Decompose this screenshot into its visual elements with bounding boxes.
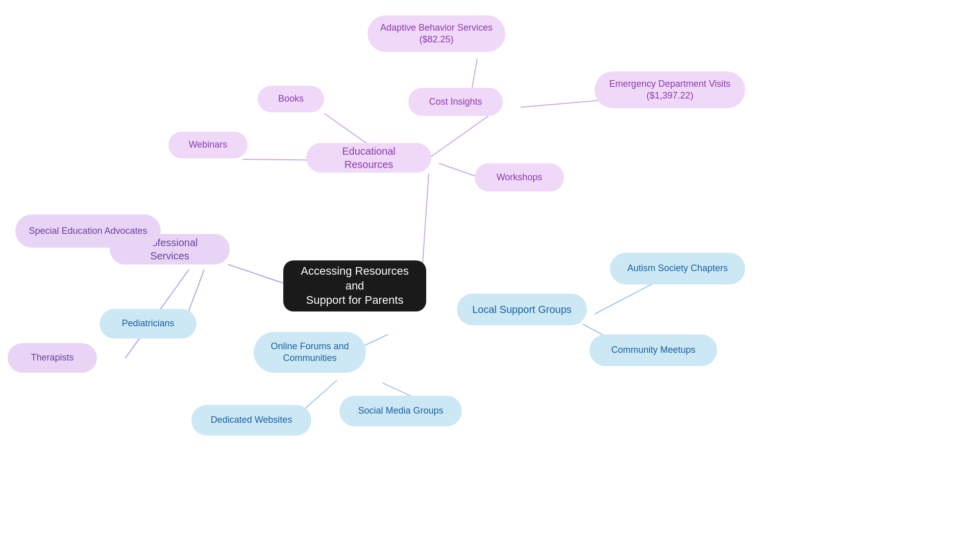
workshops-label: Workshops xyxy=(497,172,543,183)
online-forums-label: Online Forums and Communities xyxy=(271,341,349,365)
social-media-groups-label: Social Media Groups xyxy=(358,405,443,417)
center-label: Accessing Resources and Support for Pare… xyxy=(295,264,415,308)
cost-insights-label: Cost Insights xyxy=(429,96,482,108)
webinars-node: Webinars xyxy=(168,132,248,158)
special-ed-advocates-node: Special Education Advocates xyxy=(15,214,161,248)
local-support-groups-label: Local Support Groups xyxy=(472,303,572,316)
community-meetups-node: Community Meetups xyxy=(590,334,717,366)
svg-line-14 xyxy=(361,334,388,347)
autism-society-node: Autism Society Chapters xyxy=(610,253,745,284)
social-media-groups-node: Social Media Groups xyxy=(339,396,462,426)
dedicated-websites-node: Dedicated Websites xyxy=(191,405,311,436)
therapists-node: Therapists xyxy=(8,343,97,373)
dedicated-websites-label: Dedicated Websites xyxy=(211,414,292,426)
online-forums-node: Online Forums and Communities xyxy=(254,332,366,373)
autism-society-label: Autism Society Chapters xyxy=(627,262,728,274)
svg-line-3 xyxy=(429,116,488,158)
books-label: Books xyxy=(278,93,304,105)
emergency-dept-node: Emergency Department Visits ($1,397.22) xyxy=(595,71,745,108)
pediatricians-node: Pediatricians xyxy=(100,309,197,339)
adaptive-behavior-node: Adaptive Behavior Services ($82.25) xyxy=(368,15,505,52)
books-node: Books xyxy=(258,86,324,112)
therapists-label: Therapists xyxy=(31,352,74,364)
emergency-dept-label: Emergency Department Visits ($1,397.22) xyxy=(609,78,731,102)
workshops-node: Workshops xyxy=(475,163,564,191)
special-ed-advocates-label: Special Education Advocates xyxy=(29,225,147,237)
adaptive-behavior-label: Adaptive Behavior Services ($82.25) xyxy=(380,22,493,46)
center-node: Accessing Resources and Support for Pare… xyxy=(283,260,426,311)
educational-resources-node: Educational Resources xyxy=(306,143,431,173)
cost-insights-node: Cost Insights xyxy=(408,88,503,116)
svg-line-12 xyxy=(595,283,653,314)
pediatricians-label: Pediatricians xyxy=(121,318,174,329)
local-support-groups-node: Local Support Groups xyxy=(457,294,587,325)
community-meetups-label: Community Meetups xyxy=(611,344,695,356)
webinars-label: Webinars xyxy=(189,139,228,151)
educational-resources-label: Educational Resources xyxy=(317,145,420,171)
